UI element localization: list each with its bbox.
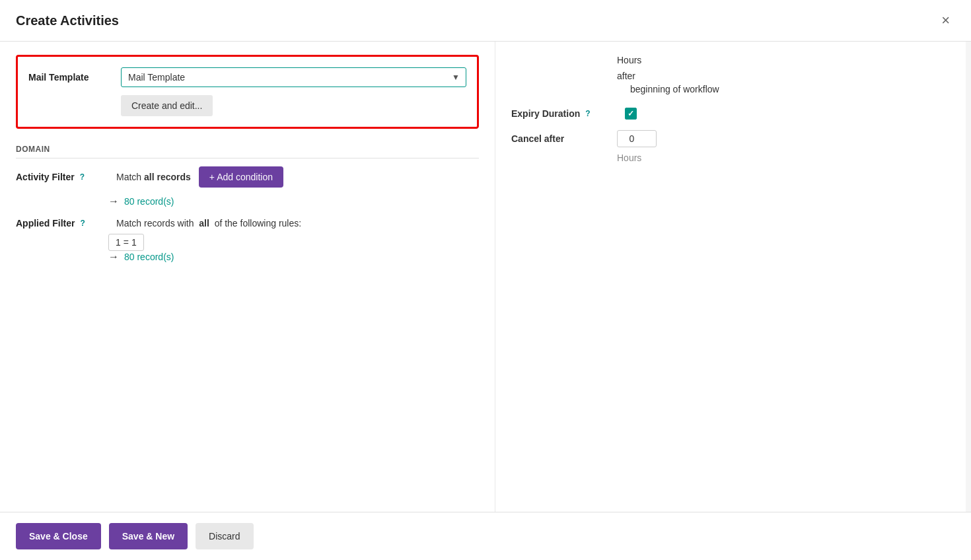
domain-section-title: DOMAIN <box>16 145 479 158</box>
create-edit-button[interactable]: Create and edit... <box>121 95 213 116</box>
modal-overlay: Create Activities × Mail Template Mail T… <box>0 0 971 560</box>
activity-filter-block: Activity Filter ? Match all records + Ad… <box>16 166 479 207</box>
modal-footer: Save & Close Save & New Discard <box>0 512 971 560</box>
match-text: Match all records <box>116 172 191 182</box>
activity-filter-row: Activity Filter ? Match all records + Ad… <box>16 166 479 188</box>
beginning-label: beginning of workflow <box>630 84 719 94</box>
mail-template-row: Mail Template Mail Template ▼ <box>28 67 466 87</box>
modal-header: Create Activities × <box>0 0 971 42</box>
expiry-duration-row: Expiry Duration ? <box>511 108 955 120</box>
applied-filter-label: Applied Filter ? <box>16 218 108 228</box>
right-panel: Hours after beginning of workflow Expiry… <box>495 42 971 512</box>
applied-filter-records-count[interactable]: 80 record(s) <box>124 252 174 262</box>
hours-top-label: Hours <box>617 55 641 65</box>
cancel-after-label: Cancel after <box>511 133 617 144</box>
arrow-right-icon: → <box>108 195 119 207</box>
mail-template-label: Mail Template <box>28 72 121 83</box>
activity-filter-records-count[interactable]: 80 record(s) <box>124 196 174 207</box>
domain-section: DOMAIN Activity Filter ? Match all recor… <box>16 145 479 263</box>
expiry-duration-help[interactable]: ? <box>585 109 590 118</box>
discard-button[interactable]: Discard <box>196 523 253 549</box>
modal: Create Activities × Mail Template Mail T… <box>0 0 971 560</box>
activity-filter-records: → 80 record(s) <box>108 195 479 207</box>
create-edit-row: Create and edit... <box>28 95 466 116</box>
hours-bottom-label: Hours <box>511 153 955 163</box>
applied-filter-rules-text: Match records with all of the following … <box>116 218 301 228</box>
expiry-duration-checkbox[interactable] <box>625 108 637 120</box>
scrollbar-thumb <box>966 44 971 64</box>
left-panel: Mail Template Mail Template ▼ Create and… <box>0 42 495 512</box>
modal-title: Create Activities <box>16 13 119 28</box>
close-button[interactable]: × <box>936 11 955 30</box>
save-close-button[interactable]: Save & Close <box>16 523 101 549</box>
mail-template-section: Mail Template Mail Template ▼ Create and… <box>16 55 479 129</box>
arrow-right-icon-2: → <box>108 251 119 263</box>
applied-filter-block: Applied Filter ? Match records with all … <box>16 218 479 263</box>
mail-template-select[interactable]: Mail Template <box>121 67 466 87</box>
mail-template-select-wrapper: Mail Template ▼ <box>121 67 466 87</box>
modal-body: Mail Template Mail Template ▼ Create and… <box>0 42 971 512</box>
after-row: after <box>511 71 955 81</box>
add-condition-button[interactable]: + Add condition <box>199 166 283 188</box>
activity-filter-help[interactable]: ? <box>80 172 85 182</box>
save-new-button[interactable]: Save & New <box>109 523 188 549</box>
after-label: after <box>617 71 635 81</box>
applied-filter-records: → 80 record(s) <box>108 251 479 263</box>
expiry-duration-label: Expiry Duration ? <box>511 108 617 119</box>
applied-filter-help[interactable]: ? <box>80 219 85 228</box>
scrollbar[interactable] <box>966 42 971 512</box>
cancel-after-input[interactable] <box>617 130 657 147</box>
applied-filter-row: Applied Filter ? Match records with all … <box>16 218 479 228</box>
hours-top-row: Hours <box>511 55 955 65</box>
cancel-after-row: Cancel after <box>511 130 955 147</box>
activity-filter-label: Activity Filter ? <box>16 172 108 182</box>
filter-tag: 1 = 1 <box>108 234 144 251</box>
beginning-row: beginning of workflow <box>511 84 955 94</box>
